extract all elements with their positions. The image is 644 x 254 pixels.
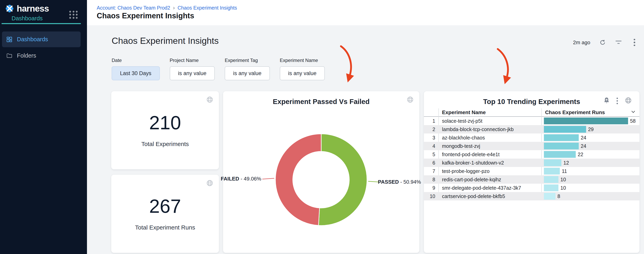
rank-cell: 9 xyxy=(424,185,438,191)
chaos-dashboard-page: { "app": { "name": "harness", "module": … xyxy=(0,0,644,254)
globe-icon[interactable] xyxy=(206,96,213,104)
filters-row: DateLast 30 DaysProject Nameis any value… xyxy=(112,58,325,80)
kebab-menu-icon[interactable] xyxy=(616,98,618,104)
filter-group-experiment-tag: Experiment Tagis any value xyxy=(225,58,270,80)
runs-value: 12 xyxy=(564,160,569,166)
runs-value: 29 xyxy=(588,127,594,132)
rank-cell: 7 xyxy=(424,168,438,174)
filter-label: Project Name xyxy=(170,58,215,63)
harness-logo: harness xyxy=(5,4,49,14)
table-header: Experiment Name Chaos Experiment Runs xyxy=(424,108,640,117)
runs-cell: 10 xyxy=(541,176,640,183)
experiment-name-cell: lambda-block-tcp-connection-jkb xyxy=(438,127,541,132)
module-accent-divider xyxy=(2,23,81,24)
pie-label-failed: FAILED - 49.06% xyxy=(221,176,261,182)
runs-value: 10 xyxy=(560,185,566,191)
top-trending-experiments-card: Top 10 Trending Experiments xyxy=(424,91,640,253)
experiment-name-cell: kafka-broker-1-shutdown-v2 xyxy=(438,160,541,166)
table-row[interactable]: 8redis-cart-pod-delete-kqihz10 xyxy=(424,175,640,184)
filter-group-experiment-name: Experiment Nameis any value xyxy=(280,58,325,80)
rank-cell: 3 xyxy=(424,135,438,141)
runs-bar xyxy=(544,184,558,191)
globe-icon[interactable] xyxy=(206,179,213,187)
chart-title: Experiment Passed Vs Failed xyxy=(223,98,419,106)
table-row[interactable]: 2lambda-block-tcp-connection-jkb29 xyxy=(424,125,640,133)
module-switcher-grid-icon[interactable] xyxy=(69,11,78,19)
passed-vs-failed-card: Experiment Passed Vs Failed FAILED - 49.… xyxy=(223,91,419,253)
stat-label: Total Experiments xyxy=(141,141,189,147)
runs-cell: 11 xyxy=(541,168,640,174)
sidebar-item-label: Dashboards xyxy=(17,36,48,43)
breadcrumb: Account: Chaos Dev Team Prod2›Chaos Expe… xyxy=(97,5,237,11)
runs-cell: 24 xyxy=(541,143,640,149)
table-row[interactable]: 6kafka-broker-1-shutdown-v212 xyxy=(424,159,640,167)
globe-icon[interactable] xyxy=(625,97,632,105)
runs-value: 11 xyxy=(562,168,567,174)
experiment-name-cell: test-probe-logger-pzo xyxy=(438,168,541,174)
filter-group-date: DateLast 30 Days xyxy=(112,58,160,80)
refresh-icon[interactable] xyxy=(599,39,606,46)
kebab-menu-icon[interactable] xyxy=(631,39,638,46)
runs-value: 10 xyxy=(560,177,566,182)
experiment-name-cell: frontend-pod-delete-e4e1t xyxy=(438,152,541,157)
stat-label: Total Experiment Runs xyxy=(135,224,195,231)
runs-cell: 10 xyxy=(541,184,640,191)
rank-cell: 8 xyxy=(424,177,438,182)
runs-bar xyxy=(544,143,579,149)
filter-label: Date xyxy=(112,58,160,63)
donut-svg xyxy=(223,91,419,253)
rank-cell: 10 xyxy=(424,193,438,199)
runs-bar xyxy=(544,193,556,200)
breadcrumb-link[interactable]: Account: Chaos Dev Team Prod2 xyxy=(97,5,170,11)
dashboards-icon xyxy=(6,36,12,43)
table-row[interactable]: 7test-probe-logger-pzo11 xyxy=(424,167,640,175)
experiment-name-cell: mongodb-test-zvj xyxy=(438,143,541,149)
globe-icon[interactable] xyxy=(406,96,414,104)
filter-icon[interactable] xyxy=(615,39,622,46)
runs-bar xyxy=(544,168,560,174)
module-name: Dashboards xyxy=(12,15,42,22)
dashboard-main-area: Chaos Experiment Insights 2m ago DateLas… xyxy=(87,25,644,254)
sidebar-item-dashboards[interactable]: Dashboards xyxy=(2,32,80,47)
filter-value-button[interactable]: is any value xyxy=(170,66,215,80)
rank-cell: 1 xyxy=(424,118,438,124)
sidebar-item-label: Folders xyxy=(17,52,36,59)
experiment-name-cell: solace-test-zvj-p5t xyxy=(438,118,541,124)
table-row[interactable]: 5frontend-pod-delete-e4e1t22 xyxy=(424,150,640,159)
filter-value-button[interactable]: is any value xyxy=(225,66,270,80)
runs-bar xyxy=(544,151,576,158)
filter-value-button[interactable]: Last 30 Days xyxy=(112,66,160,80)
stat-value: 267 xyxy=(149,197,181,216)
runs-value: 22 xyxy=(578,152,583,157)
runs-bar xyxy=(544,134,579,141)
table-row[interactable]: 9smr-delegate-pod-delete-437az-3k710 xyxy=(424,184,640,192)
runs-bar xyxy=(544,159,562,166)
table-row[interactable]: 3az-blackhole-chaos24 xyxy=(424,133,640,142)
runs-cell: 58 xyxy=(541,118,640,124)
stat-value: 210 xyxy=(149,113,181,132)
connector-failed xyxy=(262,178,274,179)
runs-value: 24 xyxy=(581,135,586,141)
page-title: Chaos Experiment Insights xyxy=(97,12,194,20)
rank-cell: 5 xyxy=(424,152,438,157)
table-row[interactable]: 4mongodb-test-zvj24 xyxy=(424,142,640,150)
pie-slice-failed[interactable] xyxy=(276,134,321,225)
pie-label-passed: PASSED - 50.94% xyxy=(378,179,421,185)
alert-bell-plus-icon[interactable] xyxy=(604,97,610,105)
top-header-band: Account: Chaos Dev Team Prod2›Chaos Expe… xyxy=(87,0,644,25)
experiment-name-cell: smr-delegate-pod-delete-437az-3k7 xyxy=(438,185,541,191)
filter-value-button[interactable]: is any value xyxy=(280,66,325,80)
runs-bar xyxy=(544,118,628,124)
breadcrumb-link[interactable]: Chaos Experiment Insights xyxy=(178,5,237,11)
last-refreshed-label: 2m ago xyxy=(573,40,590,46)
runs-value: 8 xyxy=(558,193,560,199)
harness-logo-icon xyxy=(5,4,14,13)
experiment-name-cell: cartservice-pod-delete-bkfb5 xyxy=(438,193,541,199)
table-row[interactable]: 10cartservice-pod-delete-bkfb58 xyxy=(424,192,640,200)
sidebar-item-folders[interactable]: Folders xyxy=(2,49,80,62)
experiment-name-cell: redis-cart-pod-delete-kqihz xyxy=(438,177,541,182)
pie-slice-passed[interactable] xyxy=(318,134,367,225)
chevron-down-icon[interactable] xyxy=(631,110,636,114)
table-row[interactable]: 1solace-test-zvj-p5t58 xyxy=(424,117,640,125)
filter-group-project-name: Project Nameis any value xyxy=(170,58,215,80)
